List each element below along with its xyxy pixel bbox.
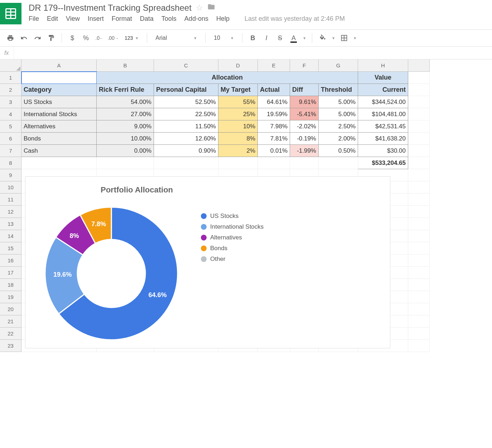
cell-I9[interactable] [408, 169, 430, 181]
cell-I15[interactable] [408, 242, 430, 254]
decrease-decimal-icon[interactable]: .0← [93, 32, 106, 44]
cell-threshold-7[interactable]: 0.50% [319, 145, 358, 157]
cell-I21[interactable] [408, 315, 430, 328]
cell-pc-4[interactable]: 22.50% [154, 108, 218, 120]
cell-F8[interactable] [290, 157, 319, 169]
menu-edit[interactable]: Edit [47, 15, 58, 23]
cell-D8[interactable] [218, 157, 258, 169]
menu-addons[interactable]: Add-ons [184, 15, 208, 23]
cell-header-threshold[interactable]: Threshold [319, 84, 358, 96]
cell-threshold-3[interactable]: 5.00% [319, 96, 358, 108]
chart-portfolio-allocation[interactable]: Portfolio Allocation 64.6%19.6%8%7.8% US… [25, 176, 390, 348]
row-header-21[interactable]: 21 [0, 315, 21, 328]
cell-I22[interactable] [408, 328, 430, 340]
row-header-4[interactable]: 4 [0, 108, 21, 120]
formula-input[interactable] [14, 47, 488, 59]
cell-rick-3[interactable]: 54.00% [97, 96, 154, 108]
legend-item-us-stocks[interactable]: US Stocks [201, 213, 264, 220]
cell-current-3[interactable]: $344,524.00 [358, 96, 408, 108]
cell-diff-5[interactable]: -2.02% [290, 120, 319, 133]
cell-header-category[interactable]: Category [21, 84, 97, 96]
menu-insert[interactable]: Insert [88, 15, 104, 23]
menu-tools[interactable]: Tools [161, 15, 177, 23]
cell-target-7[interactable]: 2% [218, 145, 258, 157]
undo-icon[interactable] [18, 32, 30, 44]
text-color-button[interactable]: A [288, 32, 300, 44]
menu-view[interactable]: View [66, 15, 80, 23]
cell-header-diff[interactable]: Diff [290, 84, 319, 96]
cell-value-header[interactable]: Value [358, 72, 408, 84]
row-header-9[interactable]: 9 [0, 169, 21, 181]
row-header-3[interactable]: 3 [0, 96, 21, 108]
row-header-6[interactable]: 6 [0, 133, 21, 145]
cell-target-4[interactable]: 25% [218, 108, 258, 120]
cell-header-my-target[interactable]: My Target [218, 84, 258, 96]
cell-I17[interactable] [408, 267, 430, 279]
cell-rick-5[interactable]: 9.00% [97, 120, 154, 133]
cell-rick-7[interactable]: 0.00% [97, 145, 154, 157]
row-header-10[interactable]: 10 [0, 181, 21, 194]
sheet-area[interactable]: ABCDEFGH1AllocationValue2CategoryRick Fe… [0, 59, 492, 436]
cell-header-rick-ferri-rule[interactable]: Rick Ferri Rule [97, 84, 154, 96]
document-title[interactable]: DR 179--Investment Tracking Spreadsheet [29, 3, 192, 13]
row-header-16[interactable]: 16 [0, 254, 21, 267]
cell-I2[interactable] [408, 84, 430, 96]
cell-rick-4[interactable]: 27.00% [97, 108, 154, 120]
col-header-A[interactable]: A [21, 59, 97, 72]
font-size-dropdown[interactable]: 10▼ [210, 32, 238, 44]
cell-I20[interactable] [408, 303, 430, 315]
cell-I5[interactable] [408, 120, 430, 133]
col-header-G[interactable]: G [319, 59, 358, 72]
cell-I23[interactable] [408, 340, 430, 352]
cell-target-3[interactable]: 55% [218, 96, 258, 108]
cell-current-6[interactable]: $41,638.20 [358, 133, 408, 145]
print-icon[interactable] [4, 32, 16, 44]
star-icon[interactable]: ☆ [196, 3, 203, 13]
cell-threshold-6[interactable]: 2.00% [319, 133, 358, 145]
cell-diff-3[interactable]: 9.61% [290, 96, 319, 108]
cell-E8[interactable] [258, 157, 290, 169]
cell-actual-5[interactable]: 7.98% [258, 120, 290, 133]
text-color-caret[interactable]: ▼ [301, 32, 308, 44]
row-header-12[interactable]: 12 [0, 206, 21, 218]
cell-header-actual[interactable]: Actual [258, 84, 290, 96]
font-family-dropdown[interactable]: Arial▼ [151, 32, 201, 44]
cell-I14[interactable] [408, 230, 430, 242]
number-format-dropdown[interactable]: 123▼ [121, 32, 143, 44]
cell-header-personal-capital[interactable]: Personal Capital [154, 84, 218, 96]
cell-threshold-4[interactable]: 5.00% [319, 108, 358, 120]
row-header-15[interactable]: 15 [0, 242, 21, 254]
paint-format-icon[interactable] [45, 32, 57, 44]
cell-I8[interactable] [408, 157, 430, 169]
row-header-20[interactable]: 20 [0, 303, 21, 315]
legend-item-other[interactable]: Other [201, 256, 264, 263]
cell-allocation-header[interactable]: Allocation [97, 72, 358, 84]
cell-I10[interactable] [408, 181, 430, 194]
fill-color-caret[interactable]: ▼ [330, 32, 337, 44]
cell-diff-7[interactable]: -1.99% [290, 145, 319, 157]
cell-target-5[interactable]: 10% [218, 120, 258, 133]
cell-actual-7[interactable]: 0.01% [258, 145, 290, 157]
cell-I7[interactable] [408, 145, 430, 157]
row-header-22[interactable]: 22 [0, 328, 21, 340]
borders-button[interactable] [338, 32, 350, 44]
row-header-18[interactable]: 18 [0, 279, 21, 291]
legend-item-international-stocks[interactable]: International Stocks [201, 223, 264, 230]
strikethrough-button[interactable]: S [274, 32, 286, 44]
col-header-E[interactable]: E [258, 59, 290, 72]
cell-actual-6[interactable]: 7.81% [258, 133, 290, 145]
row-header-23[interactable]: 23 [0, 340, 21, 352]
bold-button[interactable]: B [247, 32, 259, 44]
col-header-[interactable] [408, 59, 430, 72]
row-header-5[interactable]: 5 [0, 120, 21, 133]
cell-category-6[interactable]: Bonds [21, 133, 97, 145]
cell-I4[interactable] [408, 108, 430, 120]
cell-diff-4[interactable]: -5.41% [290, 108, 319, 120]
row-header-1[interactable]: 1 [0, 72, 21, 84]
italic-button[interactable]: I [260, 32, 272, 44]
increase-decimal-icon[interactable]: .00→ [107, 32, 119, 44]
cell-diff-6[interactable]: -0.19% [290, 133, 319, 145]
cell-pc-5[interactable]: 11.50% [154, 120, 218, 133]
cell-category-7[interactable]: Cash [21, 145, 97, 157]
fill-color-button[interactable] [317, 32, 329, 44]
